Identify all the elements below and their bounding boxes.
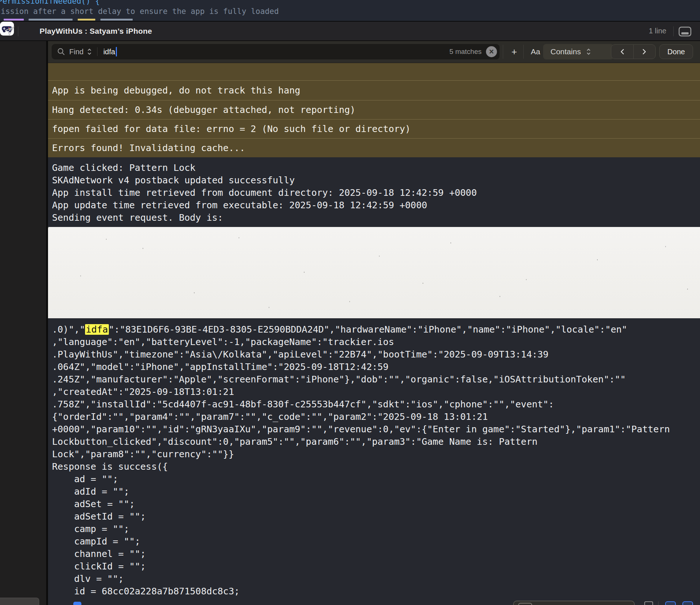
trash-icon[interactable] — [644, 601, 653, 605]
response-log-line: adSet = ""; — [48, 498, 700, 510]
clear-search-button[interactable]: × — [486, 46, 497, 57]
log-text: Errors found! Invalidating cache... — [52, 142, 245, 154]
response-log-line: id = 68cc02a228a7b871508dc8c3; — [48, 585, 700, 598]
code-token-sliver — [4, 19, 24, 21]
json-text: .0)"," — [52, 324, 85, 335]
match-case-button[interactable]: Aa — [526, 44, 545, 59]
toolbar-divider — [18, 26, 18, 36]
toolbar-divider — [673, 26, 674, 36]
find-scope-label: Find — [69, 48, 84, 56]
paper-speckles — [48, 227, 49, 228]
response-log-line: adId = ""; — [48, 485, 700, 498]
bottom-divider — [658, 601, 659, 605]
console-row-warning: fopen failed for data file: errno = 2 (N… — [48, 120, 700, 139]
chevron-up-down-icon[interactable] — [87, 48, 92, 56]
next-match-button[interactable] — [634, 45, 656, 59]
log-line: SKAdNetwork v4 postback updated successf… — [48, 174, 700, 187]
xcode-debug-console-screen: PermissionIfNeeded() { ission after a sh… — [0, 0, 700, 605]
json-log-line: ,"language":"en","batteryLevel":-1,"pack… — [48, 336, 700, 348]
response-log-line: Response is success({ — [48, 461, 700, 473]
json-log-line: .0)","idfa":"83E1D6F6-93BE-4ED3-8305-E25… — [48, 323, 700, 336]
toggle-console-panel-button[interactable] — [678, 26, 692, 37]
panel-bottom-icon — [678, 26, 692, 37]
json-log-line: +0000","param10":"","id":"gRN3yaaIXu","p… — [48, 423, 700, 436]
add-pattern-button[interactable]: + — [506, 44, 522, 59]
findbar-divider — [503, 45, 503, 59]
console-row-warning: Hang detected: 0.34s (debugger attached,… — [48, 100, 700, 120]
chevron-left-icon — [619, 48, 625, 55]
chevron-right-icon — [641, 48, 647, 55]
console-row-warning: Errors found! Invalidating cache... — [48, 139, 700, 157]
code-token-sliver — [100, 19, 133, 21]
response-log-line: ad = ""; — [48, 473, 700, 485]
find-bar: Find idfa 5 matches × + Aa Contains — [48, 41, 700, 63]
json-log-line: {"orderId":"","param4":"","param7":"","c… — [48, 411, 700, 423]
done-button[interactable]: Done — [659, 44, 693, 59]
search-icon — [57, 47, 66, 56]
log-text: Hang detected: 0.34s (debugger attached,… — [52, 104, 355, 116]
json-log-line: Lock","param8":"","currency":""}} — [48, 448, 700, 461]
attached-image-block — [48, 227, 700, 318]
response-log-line: camp = ""; — [48, 523, 700, 535]
console-left-gutter — [0, 41, 48, 605]
log-text: App is being debugged, do not track this… — [52, 84, 300, 97]
response-log-line: clickId = ""; — [48, 560, 700, 573]
debug-toolbar: PlayWithUs : Satyam’s iPhone 1 line — [0, 21, 700, 41]
field-divider — [97, 47, 97, 56]
match-count-label: 5 matches — [449, 48, 482, 56]
response-log-line: campId = ""; — [48, 535, 700, 548]
log-line: App install time retrieved from document… — [48, 187, 700, 199]
lines-count-label: 1 line — [649, 22, 666, 40]
console-row-error: /Library/Caches/com.apple.xbs/Binaries/R… — [48, 63, 700, 81]
find-input[interactable]: Find idfa 5 matches × — [52, 44, 500, 59]
code-token-sliver — [78, 19, 95, 21]
text-caret — [116, 47, 117, 56]
previous-match-button[interactable] — [611, 45, 633, 59]
response-log-line: adSetId = ""; — [48, 510, 700, 523]
done-label: Done — [667, 48, 685, 56]
code-editor-sliver: PermissionIfNeeded() { ission after a sh… — [0, 0, 700, 21]
filter-icon — [518, 603, 532, 605]
paper-plane-icon — [4, 26, 15, 37]
json-text: ":"83E1D6F6-93BE-4ED3-8305-E2590BDDA24D"… — [109, 324, 627, 335]
code-line-clipped: PermissionIfNeeded() { — [0, 0, 100, 6]
log-line: Sending event request. Body is: — [48, 212, 700, 224]
code-token-sliver — [29, 19, 73, 21]
console-filter-field[interactable] — [513, 601, 635, 605]
send-jump-button[interactable] — [4, 25, 15, 37]
json-log-line: .758Z","installId":"5cd4407f-ac91-48bf-8… — [48, 398, 700, 411]
response-log-line: channel = ""; — [48, 548, 700, 560]
json-log-line: .245Z","manufacturer":"Apple","screenFor… — [48, 373, 700, 386]
console-pane-toggle-icon[interactable] — [665, 601, 676, 605]
json-log-line: ,"createdAt":"2025-09-18T13:01:21 — [48, 386, 700, 398]
log-text: fopen failed for data file: errno = 2 (N… — [52, 123, 410, 135]
chevron-up-down-icon — [586, 48, 591, 56]
bottom-left-panel-corner — [0, 598, 39, 605]
log-line: App update time retrieved from executabl… — [48, 199, 700, 212]
response-log-line: dlv = ""; — [48, 573, 700, 585]
find-prev-next-group — [611, 44, 656, 59]
console-mode-icon[interactable] — [73, 602, 81, 605]
toolbar-title: PlayWithUs : Satyam’s iPhone — [40, 22, 152, 40]
code-comment-line: ission after a short delay to ensure the… — [1, 6, 279, 16]
match-mode-dropdown[interactable]: Contains — [543, 44, 614, 59]
search-query-text: idfa — [103, 48, 115, 56]
console-pane-toggle-icon[interactable] — [682, 601, 693, 605]
json-log-line: Lockbutton_clicked","discount":0,"param5… — [48, 436, 700, 448]
json-log-line: .064Z","model":"iPhone","appInstallTime"… — [48, 361, 700, 373]
search-match-highlight: idfa — [85, 324, 108, 335]
console-row-warning: App is being debugged, do not track this… — [48, 81, 700, 100]
match-mode-label: Contains — [550, 47, 581, 56]
log-line: Game clicked: Pattern Lock — [48, 162, 700, 174]
json-log-line: .PlayWithUs","timezone":"Asia\/Kolkata",… — [48, 348, 700, 361]
findbar-divider — [523, 45, 524, 59]
